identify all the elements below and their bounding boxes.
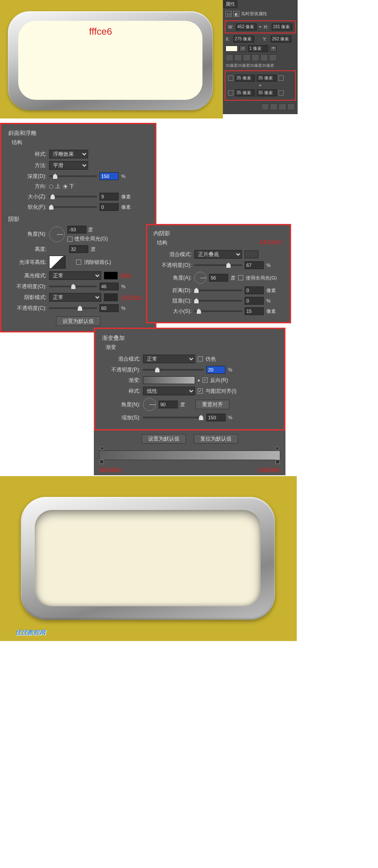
bevel-angle-dial[interactable] <box>49 227 65 242</box>
corner-tl-check[interactable] <box>228 76 233 81</box>
bevel-angle-label: 角度(N): <box>8 230 46 238</box>
opacity-stop-left[interactable] <box>99 446 104 450</box>
bevel-depth-input[interactable] <box>99 172 119 180</box>
inner-dist-slider[interactable] <box>194 289 242 291</box>
footer-icon-3[interactable] <box>279 103 286 110</box>
stroke-swatch[interactable]: ▱ <box>239 46 246 52</box>
stroke-align[interactable] <box>243 54 251 61</box>
inner-size-slider[interactable] <box>194 310 242 312</box>
grad-angle-dial[interactable] <box>143 398 156 411</box>
inner-blend-select[interactable]: 正片叠底 <box>194 250 242 259</box>
stroke-more[interactable] <box>269 54 277 61</box>
grad-blend-select[interactable]: 正常 <box>143 355 195 363</box>
bevel-method-select[interactable]: 平滑 <box>49 161 88 170</box>
stroke-caps[interactable] <box>252 54 259 61</box>
gradient-preview[interactable] <box>143 376 195 384</box>
dither-check[interactable] <box>198 356 203 362</box>
sh-opac-input[interactable] <box>99 304 119 312</box>
hi-color-swatch[interactable] <box>104 272 118 279</box>
corner-bl-check[interactable] <box>228 90 233 95</box>
corner-br-input[interactable] <box>257 89 277 96</box>
corner-br-check[interactable] <box>279 90 284 95</box>
sh-opac-slider[interactable] <box>49 307 97 309</box>
x-input[interactable] <box>233 36 254 43</box>
grad-scale-slider[interactable] <box>143 417 204 418</box>
inner-opac-slider[interactable] <box>194 264 242 266</box>
global-light-check[interactable] <box>67 237 73 242</box>
grad-stop-right-annot: b0b0b0 <box>259 466 280 473</box>
inner-angle-input[interactable] <box>209 274 228 282</box>
width-input[interactable] <box>236 23 257 30</box>
inner-dist-input[interactable] <box>245 286 264 294</box>
grad-angle-input[interactable] <box>159 401 178 408</box>
color-stop-left[interactable] <box>99 460 104 464</box>
corner-tr-input[interactable] <box>257 75 277 82</box>
fill-swatch[interactable] <box>225 46 238 52</box>
hi-opac-input[interactable] <box>99 283 119 290</box>
inner-angle-dial[interactable] <box>194 272 206 284</box>
bevel-style-select[interactable]: 浮雕效果 <box>49 150 88 158</box>
stroke-type-2[interactable] <box>234 54 242 61</box>
bevel-depth-slider[interactable] <box>49 175 97 177</box>
inner-color-annot: 434343 <box>259 238 281 246</box>
hi-opac-slider[interactable] <box>49 286 97 287</box>
bevel-alt-input[interactable] <box>69 245 88 253</box>
y-input[interactable] <box>271 36 292 43</box>
stroke-width-input[interactable] <box>248 45 268 52</box>
bevel-depth-label: 深度(D): <box>8 173 46 180</box>
grad-opac-slider[interactable] <box>143 369 204 371</box>
grad-scale-input[interactable] <box>206 414 225 421</box>
inner-color-swatch[interactable] <box>245 250 259 258</box>
sh-mode-label: 阴影模式: <box>8 294 46 301</box>
reverse-check[interactable] <box>202 378 208 383</box>
corner-tr-check[interactable] <box>279 76 284 81</box>
reset-align-button[interactable]: 重置对齐 <box>196 400 229 409</box>
stroke-type-1[interactable] <box>225 54 233 61</box>
footer-icon-1[interactable] <box>261 103 269 110</box>
x-label: X: <box>225 37 232 42</box>
align-layer-check[interactable] <box>198 388 203 394</box>
footer-icon-2[interactable] <box>270 103 278 110</box>
sh-color-swatch[interactable] <box>104 293 118 301</box>
sh-mode-select[interactable]: 正常 <box>49 293 101 302</box>
footer-icon-4[interactable] <box>287 103 295 110</box>
gloss-contour[interactable] <box>49 256 66 269</box>
bevel-angle-input[interactable] <box>67 226 86 233</box>
antialias-check[interactable] <box>76 260 81 265</box>
bevel-soften-slider[interactable] <box>49 206 97 208</box>
inner-choke-input[interactable] <box>245 297 264 305</box>
w-label: W: <box>228 25 234 30</box>
properties-tab[interactable]: 属性 <box>223 0 238 8</box>
inner-opac-input[interactable] <box>245 261 264 269</box>
grad-default-button[interactable]: 设置为默认值 <box>142 434 186 444</box>
bevel-shade-title: 阴影 <box>8 215 148 223</box>
bevel-default-button[interactable]: 设置为默认值 <box>56 316 100 326</box>
link-wh-icon[interactable]: ⚭ <box>259 25 262 29</box>
corner-bl-input[interactable] <box>235 89 255 96</box>
grad-opac-input[interactable] <box>206 366 225 374</box>
grad-title: 渐变叠加 <box>102 334 277 342</box>
dir-down-radio[interactable] <box>63 184 67 189</box>
gradient-bar[interactable] <box>99 450 280 460</box>
inner-global-check[interactable] <box>238 275 243 280</box>
opacity-stop-right[interactable] <box>275 446 279 450</box>
stroke-dropdown-icon[interactable]: ▾ <box>270 46 277 52</box>
hi-mode-select[interactable]: 正常 <box>49 271 101 280</box>
inner-shadow-panel: 内阴影 结构 434343 混合模式:正片叠底 不透明度(O):% 角度(A):… <box>146 224 291 323</box>
inner-choke-slider[interactable] <box>194 300 242 302</box>
bevel-soften-input[interactable] <box>99 203 119 211</box>
dir-up-radio[interactable] <box>49 184 53 189</box>
bevel-size-input[interactable] <box>99 193 119 201</box>
sh-opac-label: 不透明度(C): <box>8 305 46 312</box>
inner-size-input[interactable] <box>245 307 264 315</box>
grad-style-select[interactable]: 线性 <box>143 387 195 395</box>
stroke-corners[interactable] <box>260 54 268 61</box>
color-stop-right[interactable] <box>275 460 280 464</box>
grad-reset-default-button[interactable]: 复位为默认值 <box>194 434 238 444</box>
bevel-size-slider[interactable] <box>49 196 97 197</box>
h-label: H: <box>264 25 270 30</box>
mask-icon: ◐ <box>233 11 239 17</box>
corner-link-icon[interactable]: ⚭ <box>252 83 269 88</box>
height-input[interactable] <box>272 23 292 30</box>
corner-tl-input[interactable] <box>235 75 255 82</box>
